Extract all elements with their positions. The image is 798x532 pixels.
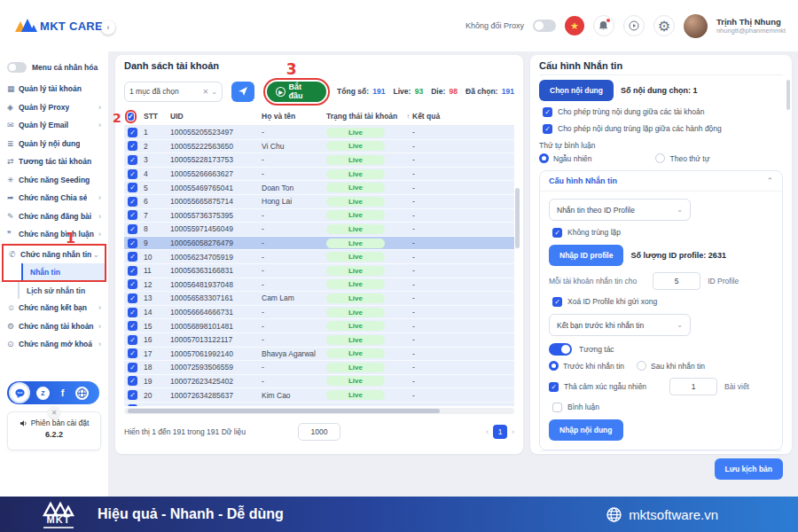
table-row[interactable]: ✓20100072634285637Kim CaoLive- xyxy=(124,388,514,403)
sidebar-item-chức-năng-đăng-bài[interactable]: ✎Chức năng đăng bài› xyxy=(0,207,108,226)
order-random-radio[interactable] xyxy=(539,153,549,163)
user-avatar[interactable] xyxy=(684,14,708,38)
personalize-menu-toggle[interactable] xyxy=(7,62,27,73)
input-content-button[interactable]: Nhập nội dung xyxy=(549,419,623,441)
tutorial-play-icon[interactable] xyxy=(623,15,645,36)
allow-duplicate-accounts-checkbox[interactable]: ✓ xyxy=(543,107,552,117)
zalo-icon[interactable]: Z xyxy=(36,387,50,400)
row-checkbox[interactable]: ✓ xyxy=(128,363,137,372)
settings-gear-icon[interactable]: ⚙ xyxy=(653,15,675,36)
sidebar-subitem-nhắn-tin[interactable]: Nhắn tin xyxy=(21,263,105,280)
per-account-input[interactable]: 5 xyxy=(653,272,700,290)
comment-checkbox[interactable] xyxy=(552,403,562,412)
row-checkbox[interactable]: ✓ xyxy=(128,155,137,165)
sidebar-item-chức-năng-seeding[interactable]: ✳Chức năng Seeding xyxy=(0,171,108,190)
choose-content-button[interactable]: Chọn nội dung xyxy=(539,80,614,101)
delete-id-after-send-checkbox[interactable]: ✓ xyxy=(552,297,562,307)
row-checkbox[interactable]: ✓ xyxy=(128,348,137,358)
table-row[interactable]: ✓18100072593506559-Live- xyxy=(124,361,514,375)
react-post-count-input[interactable]: 1 xyxy=(669,378,717,395)
sidebar-item-chức-năng-nhắn-tin[interactable]: ✆Chức năng nhắn tin⌄ xyxy=(4,246,105,264)
sidebar-item-chức-năng-tài-khoản[interactable]: ⚙Chức năng tài khoản› xyxy=(0,317,108,336)
table-row[interactable]: ✓16100057013122117-Live- xyxy=(124,333,514,348)
sidebar-item-quản-lý-tài-khoản[interactable]: ▦Quản lý tài khoản xyxy=(0,80,108,98)
row-checkbox[interactable]: ✓ xyxy=(128,390,137,400)
table-row[interactable]: ✓11100056363166831-Live- xyxy=(124,264,514,278)
sidebar-item-chức-năng-kết-bạn[interactable]: ☺Chức năng kết bạn› xyxy=(0,299,108,317)
current-page-button[interactable]: 1 xyxy=(493,425,507,439)
sidebar-item-chức-năng-mở-khoá[interactable]: ⊙Chức năng mở khoá› xyxy=(0,335,108,354)
sidebar-collapse-button[interactable]: ‹ xyxy=(101,20,115,35)
sidebar-item-chức-năng-bình-luận[interactable]: ❞Chức năng bình luận› xyxy=(0,225,108,244)
sidebar-item-chức-năng-chia-sẻ[interactable]: ➦Chức năng Chia sẻ› xyxy=(0,189,108,207)
footer-website[interactable]: mktsoftware.vn xyxy=(606,507,718,522)
page-size-input[interactable]: 1000 xyxy=(298,423,340,441)
config-vertical-scrollbar[interactable] xyxy=(786,80,790,110)
table-horizontal-scrollbar[interactable] xyxy=(124,408,514,414)
version-close-icon[interactable]: ✕ xyxy=(48,406,60,419)
allow-duplicate-actions-checkbox[interactable]: ✓ xyxy=(543,124,552,134)
before-message-radio[interactable] xyxy=(549,361,559,371)
table-row[interactable]: ✓1100055205523497-Live- xyxy=(124,126,514,140)
proxy-toggle[interactable] xyxy=(533,20,556,32)
row-checkbox[interactable]: ✓ xyxy=(128,404,137,406)
language-flag-icon[interactable]: ★ xyxy=(565,16,584,35)
table-row[interactable]: ✓14100056664666731-Live- xyxy=(124,306,514,320)
message-settings-header[interactable]: Cấu hình Nhắn tin ⌃ xyxy=(540,171,782,192)
save-script-button[interactable]: Lưu kịch bản xyxy=(715,458,783,480)
table-row[interactable]: ✓4100055266663627-Live- xyxy=(124,168,514,182)
random-react-checkbox[interactable]: ✓ xyxy=(549,382,559,392)
row-checkbox[interactable]: ✓ xyxy=(128,128,137,137)
table-row[interactable]: ✓10100056234705919-Live- xyxy=(124,250,514,264)
column-name[interactable]: Họ và tên xyxy=(262,112,326,121)
table-row[interactable]: ✓15100056898101481-Live- xyxy=(124,319,514,333)
sidebar-item-quản-lý-email[interactable]: ✉Quản lý Email› xyxy=(0,116,108,135)
website-globe-icon[interactable] xyxy=(75,387,89,400)
table-vertical-scrollbar[interactable] xyxy=(515,188,520,248)
row-checkbox[interactable]: ✓ xyxy=(128,169,137,179)
row-checkbox[interactable]: ✓ xyxy=(128,321,137,331)
interact-toggle[interactable] xyxy=(549,343,572,356)
row-checkbox[interactable]: ✓ xyxy=(128,279,137,289)
table-row[interactable]: ✓13100056583307161Cam LamLive- xyxy=(124,292,514,306)
table-row[interactable]: ✓17100057061992140Bhavya AgarwalLive- xyxy=(124,348,514,362)
clear-filter-icon[interactable]: ✕ xyxy=(203,88,209,96)
sidebar-subitem-lịch-sử-nhắn-tin[interactable]: Lịch sử nhắn tin xyxy=(18,282,108,299)
sidebar-item-quản-lý-proxy[interactable]: ◈Quản lý Proxy› xyxy=(0,98,108,117)
facebook-icon[interactable]: f xyxy=(56,387,69,400)
table-row[interactable]: ✓2100055222563650Vi ChuLive- xyxy=(124,140,514,154)
no-duplicate-checkbox[interactable]: ✓ xyxy=(552,228,562,238)
select-all-checkbox[interactable]: ✓ xyxy=(128,113,134,121)
table-row[interactable]: ✓12100056481937048-Live- xyxy=(124,278,514,293)
apply-filter-button[interactable] xyxy=(231,82,254,102)
row-checkbox[interactable]: ✓ xyxy=(128,183,137,192)
account-filter-select[interactable]: 1 mục đã chọn ✕ ⌄ xyxy=(124,82,223,102)
table-row[interactable]: ✓6100055665875714Hong LaiLive- xyxy=(124,195,514,209)
table-row[interactable]: ✓5100055469765041Doan TonLive- xyxy=(124,181,514,195)
next-page-icon[interactable]: › xyxy=(512,427,514,436)
sidebar-item-tương-tác-tài-khoản[interactable]: ⇄Tương tác tài khoản xyxy=(0,153,108,171)
friend-before-message-select[interactable]: Kết bạn trước khi nhắn tin ⌄ xyxy=(549,314,691,336)
row-checkbox[interactable]: ✓ xyxy=(128,210,137,220)
row-checkbox[interactable]: ✓ xyxy=(128,239,137,248)
notification-bell-icon[interactable] xyxy=(593,15,614,36)
table-row[interactable]: ✓19100072623425402-Live- xyxy=(124,375,514,389)
table-row[interactable]: ✓3100055228173753-Live- xyxy=(124,153,514,168)
start-button[interactable]: ▶ Bắt đầu xyxy=(267,82,326,102)
row-checkbox[interactable]: ✓ xyxy=(128,252,137,262)
row-checkbox[interactable]: ✓ xyxy=(128,141,137,151)
column-uid[interactable]: UID xyxy=(170,112,262,121)
row-checkbox[interactable]: ✓ xyxy=(128,335,137,345)
row-checkbox[interactable]: ✓ xyxy=(128,197,137,207)
support-chat-icon[interactable] xyxy=(9,382,30,403)
row-checkbox[interactable]: ✓ xyxy=(128,376,137,386)
import-id-profile-button[interactable]: Nhập ID profile xyxy=(549,245,623,266)
column-status[interactable]: Trạng thái tài khoản↑ xyxy=(326,112,412,121)
column-stt[interactable]: STT xyxy=(144,112,170,121)
table-row[interactable]: ✓7100055736375395-Live- xyxy=(124,209,514,223)
after-message-radio[interactable] xyxy=(637,361,646,371)
sidebar-item-quản-lý-nội-dung[interactable]: ≣Quản lý nội dung xyxy=(0,135,108,153)
row-checkbox[interactable]: ✓ xyxy=(128,266,137,276)
sort-ascending-icon[interactable]: ↑ xyxy=(406,113,410,121)
column-result[interactable]: Kết quả xyxy=(412,112,514,121)
